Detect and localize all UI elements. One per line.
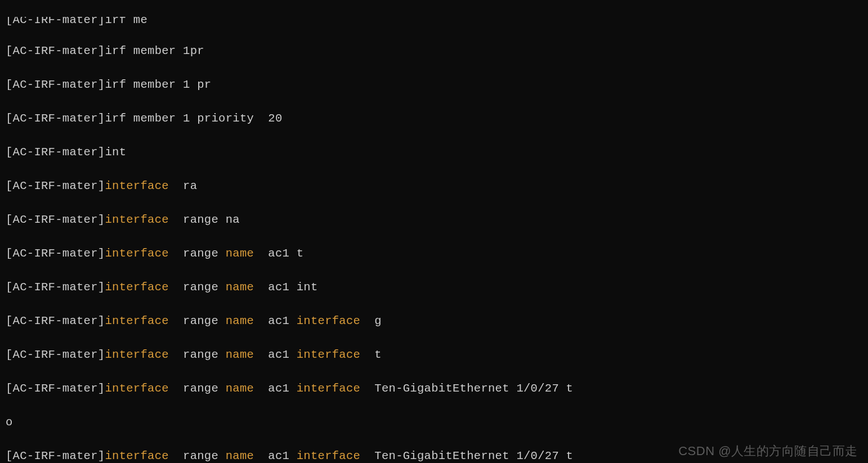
cli-text: g [360,314,382,327]
keyword-interface: interface [297,382,360,395]
cli-text: range [169,247,226,260]
cli-text: int [105,146,126,159]
keyword-name: name [226,247,254,260]
cli-text: range [169,382,226,395]
watermark-text: CSDN @人生的方向随自己而走 [678,443,858,460]
keyword-interface: interface [105,449,168,462]
cli-text: range [169,281,226,294]
keyword-name: name [226,382,254,395]
cli-prompt: [AC-IRF-mater] [6,281,105,294]
keyword-name: name [226,348,254,361]
cli-text: ac1 [254,314,297,327]
cli-text: ac1 int [254,281,317,294]
cli-prompt: [AC-IRF-mater] [6,179,105,192]
cli-prompt: [AC-IRF-mater] [6,314,105,327]
cli-prompt: [AC-IRF-mater] [6,44,105,57]
keyword-interface: interface [105,281,168,294]
cli-text: ra [169,179,197,192]
keyword-interface: interface [105,382,168,395]
cli-line: [AC-IRF-mater]irf me [6,17,147,26]
cli-prompt: [AC-IRF-mater] [6,382,105,395]
cli-prompt: [AC-IRF-mater] [6,213,105,226]
keyword-interface: interface [105,314,168,327]
terminal-output[interactable]: [AC-IRF-mater]irf me [AC-IRF-mater]irf m… [0,0,868,463]
keyword-interface: interface [297,449,360,462]
cli-text: range na [169,213,240,226]
cli-text: irf member 1pr [105,44,204,57]
cli-text: ac1 [254,348,297,361]
cli-prompt: [AC-IRF-mater] [6,247,105,260]
keyword-name: name [226,314,254,327]
cli-text: ac1 t [254,247,303,260]
keyword-interface: interface [105,179,168,192]
cli-text: irf member 1 priority 20 [105,112,282,125]
cli-prompt: [AC-IRF-mater] [6,112,105,125]
cli-text: Ten-GigabitEthernet 1/0/27 t [360,382,573,395]
cli-cont: o [6,416,13,429]
cli-prompt: [AC-IRF-mater] [6,146,105,159]
cli-text: Ten-GigabitEthernet 1/0/27 t [360,449,573,462]
cli-prompt: [AC-IRF-mater] [6,449,105,462]
keyword-interface: interface [297,314,360,327]
keyword-name: name [226,449,254,462]
keyword-interface: interface [297,348,360,361]
keyword-interface: interface [105,348,168,361]
cli-text: range [169,449,226,462]
cli-prompt: [AC-IRF-mater] [6,348,105,361]
cli-prompt: [AC-IRF-mater] [6,78,105,91]
cli-text: irf member 1 pr [105,78,211,91]
cli-text: ac1 [254,382,297,395]
keyword-interface: interface [105,213,168,226]
cli-text: t [360,348,382,361]
keyword-interface: interface [105,247,168,260]
cli-text: range [169,348,226,361]
keyword-name: name [226,281,254,294]
cli-text: range [169,314,226,327]
cli-text: ac1 [254,449,297,462]
